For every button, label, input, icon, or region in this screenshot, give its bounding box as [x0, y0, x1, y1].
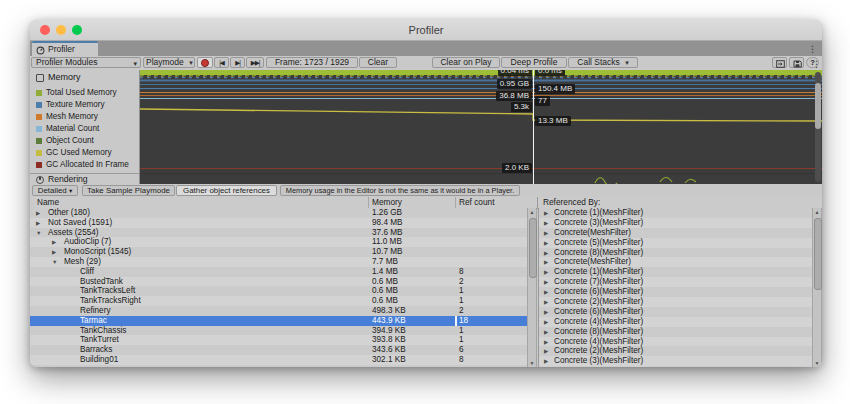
table-row[interactable]: TankTurret393.8 KB1 — [30, 335, 527, 345]
referenced-by-row[interactable]: ▶Concrete (3)(MeshFilter) — [539, 356, 814, 366]
legend-item[interactable]: Material Count — [30, 123, 139, 135]
table-scrollbar[interactable]: ▲ ▼ — [527, 208, 537, 367]
table-row[interactable]: ▼Mesh (29)7.7 MB — [30, 257, 527, 267]
expand-arrow-icon[interactable]: ▶ — [36, 208, 40, 218]
table-row[interactable]: ▶AudioClip (7)11.0 MB — [30, 237, 527, 247]
expand-arrow-icon[interactable]: ▼ — [52, 257, 57, 267]
referenced-by-row[interactable]: ▶Concrete(MeshFilter) — [539, 228, 814, 238]
referenced-by-row[interactable]: ▶Concrete (8)(MeshFilter) — [539, 248, 814, 258]
legend-item[interactable]: Mesh Memory — [30, 111, 139, 123]
referenced-by-row[interactable]: ▶Concrete (1)(MeshFilter) — [539, 208, 814, 218]
referenced-by-scrollbar-thumb[interactable] — [814, 218, 822, 290]
call-stacks-dropdown[interactable]: Call Stacks ▾ — [568, 57, 638, 68]
column-name[interactable]: Name — [37, 197, 59, 208]
expand-arrow-icon[interactable]: ▶ — [544, 238, 548, 248]
referenced-by-row[interactable]: ▶Concrete (7)(MeshFilter) — [539, 277, 814, 287]
expand-arrow-icon[interactable]: ▶ — [544, 337, 548, 347]
clear-on-play-button[interactable]: Clear on Play — [432, 57, 500, 68]
expand-arrow-icon[interactable]: ▶ — [544, 218, 548, 228]
profiler-modules-dropdown[interactable]: Profiler Modules ▾ — [31, 57, 141, 68]
column-ref-count[interactable]: Ref count — [459, 197, 495, 208]
take-sample-button[interactable]: Take Sample Playmode — [82, 185, 175, 196]
window-menu-icon[interactable]: ⋮ — [808, 43, 817, 55]
expand-arrow-icon[interactable]: ▼ — [36, 228, 41, 238]
table-row[interactable]: ▶MonoScript (1545)10.7 MB — [30, 247, 527, 257]
legend-item[interactable]: Object Count — [30, 135, 139, 147]
memory-module-header[interactable]: Memory — [30, 71, 139, 84]
table-row[interactable]: TankTracksLeft0.6 MB1 — [30, 286, 527, 296]
selected-frame-line[interactable] — [533, 70, 534, 184]
referenced-by-row[interactable]: ▶Concrete (2)(MeshFilter) — [539, 346, 814, 356]
table-row[interactable]: TankTracksRight0.6 MB1 — [30, 296, 527, 306]
scroll-down-icon[interactable]: ▼ — [528, 359, 536, 367]
referenced-by-row[interactable]: ▶Concrete(MeshFilter) — [539, 257, 814, 267]
expand-arrow-icon[interactable]: ▶ — [544, 208, 548, 218]
referenced-by-row[interactable]: ▶Concrete (6)(MeshFilter) — [539, 307, 814, 317]
referenced-by-scrollbar[interactable]: ▲ ▼ — [812, 208, 822, 367]
record-button[interactable] — [197, 57, 213, 68]
expand-arrow-icon[interactable]: ▶ — [544, 307, 548, 317]
table-row[interactable]: ▶Not Saved (1591)98.4 MB — [30, 218, 527, 228]
referenced-by-row[interactable]: ▶Concrete (8)(MeshFilter) — [539, 327, 814, 337]
clear-button[interactable]: Clear — [359, 57, 397, 68]
table-row[interactable]: BustedTank0.6 MB2 — [30, 277, 527, 287]
scroll-up-icon[interactable]: ▲ — [813, 208, 821, 216]
expand-arrow-icon[interactable]: ▶ — [544, 317, 548, 327]
deep-profile-button[interactable]: Deep Profile — [501, 57, 567, 68]
table-row[interactable]: Tarmac443.9 KB18 — [30, 316, 527, 326]
expand-arrow-icon[interactable]: ▶ — [36, 218, 40, 228]
rendering-module-header[interactable]: Rendering — [30, 173, 140, 184]
save-profile-button[interactable] — [789, 57, 804, 68]
detailed-view-dropdown[interactable]: Detailed ▾ — [32, 185, 78, 196]
scroll-up-icon[interactable]: ▲ — [528, 208, 536, 216]
legend-item[interactable]: GC Allocated In Frame — [30, 159, 139, 171]
referenced-by-row[interactable]: ▶Concrete (4)(MeshFilter) — [539, 337, 814, 347]
table-row[interactable]: TankChassis394.9 KB1 — [30, 326, 527, 336]
referenced-by-row[interactable]: ▶Concrete (1)(MeshFilter) — [539, 267, 814, 277]
previous-frame-button[interactable]: |◀ — [214, 57, 229, 68]
scroll-down-icon[interactable]: ▼ — [813, 359, 821, 367]
column-divider[interactable] — [368, 197, 369, 208]
table-row[interactable]: ▼Assets (2554)37.6 MB — [30, 228, 527, 238]
expand-arrow-icon[interactable]: ▶ — [52, 247, 56, 257]
legend-item[interactable]: GC Used Memory — [30, 147, 139, 159]
table-row[interactable]: Cliff1.4 MB8 — [30, 267, 527, 277]
chart-scrollbar-thumb[interactable] — [815, 83, 821, 129]
referenced-by-row[interactable]: ▶Concrete (6)(MeshFilter) — [539, 287, 814, 297]
legend-item[interactable]: Total Used Memory — [30, 87, 139, 99]
referenced-by-row[interactable]: ▶Concrete (4)(MeshFilter) — [539, 317, 814, 327]
column-memory[interactable]: Memory — [372, 197, 402, 208]
tab-profiler[interactable]: Profiler — [32, 41, 98, 56]
titlebar[interactable]: Profiler — [30, 20, 822, 41]
chart-scrollbar[interactable] — [815, 72, 821, 182]
gather-object-references-toggle[interactable]: Gather object references — [176, 185, 277, 196]
expand-arrow-icon[interactable]: ▶ — [544, 277, 548, 287]
column-divider[interactable] — [455, 197, 456, 208]
table-row-clipped[interactable] — [30, 365, 527, 367]
expand-arrow-icon[interactable]: ▶ — [544, 346, 548, 356]
table-row[interactable]: Refinery498.3 KB2 — [30, 306, 527, 316]
table-row[interactable]: Building01302.1 KB8 — [30, 355, 527, 365]
expand-arrow-icon[interactable]: ▶ — [544, 297, 548, 307]
expand-arrow-icon[interactable]: ▶ — [544, 248, 548, 258]
referenced-by-row[interactable]: ▶Concrete (2)(MeshFilter) — [539, 297, 814, 307]
table-row[interactable]: Barracks343.6 KB6 — [30, 345, 527, 355]
memory-chart[interactable]: 0.95 GB36.8 MB5.3k2.0 KB150.4 MB7713.3 M… — [140, 70, 822, 184]
playmode-dropdown[interactable]: Playmode ▾ — [143, 57, 195, 68]
next-frame-button[interactable]: ▶| — [230, 57, 245, 68]
referenced-by-row[interactable]: ▶Concrete (5)(MeshFilter) — [539, 238, 814, 248]
expand-arrow-icon[interactable]: ▶ — [544, 356, 548, 366]
expand-arrow-icon[interactable]: ▶ — [52, 237, 56, 247]
expand-arrow-icon[interactable]: ▶ — [544, 287, 548, 297]
expand-arrow-icon[interactable]: ▶ — [544, 257, 548, 267]
table-scrollbar-thumb[interactable] — [529, 218, 537, 278]
current-frame-button[interactable]: ▶▶| — [246, 57, 264, 68]
legend-item[interactable]: Texture Memory — [30, 99, 139, 111]
load-profile-button[interactable] — [772, 57, 787, 68]
expand-arrow-icon[interactable]: ▶ — [544, 327, 548, 337]
expand-arrow-icon[interactable]: ▶ — [544, 228, 548, 238]
toolbar-menu-icon[interactable]: ⋮ — [812, 58, 821, 70]
expand-arrow-icon[interactable]: ▶ — [544, 267, 548, 277]
referenced-by-row[interactable]: ▶Concrete (3)(MeshFilter) — [539, 218, 814, 228]
table-row[interactable]: ▶Other (180)1.26 GB — [30, 208, 527, 218]
